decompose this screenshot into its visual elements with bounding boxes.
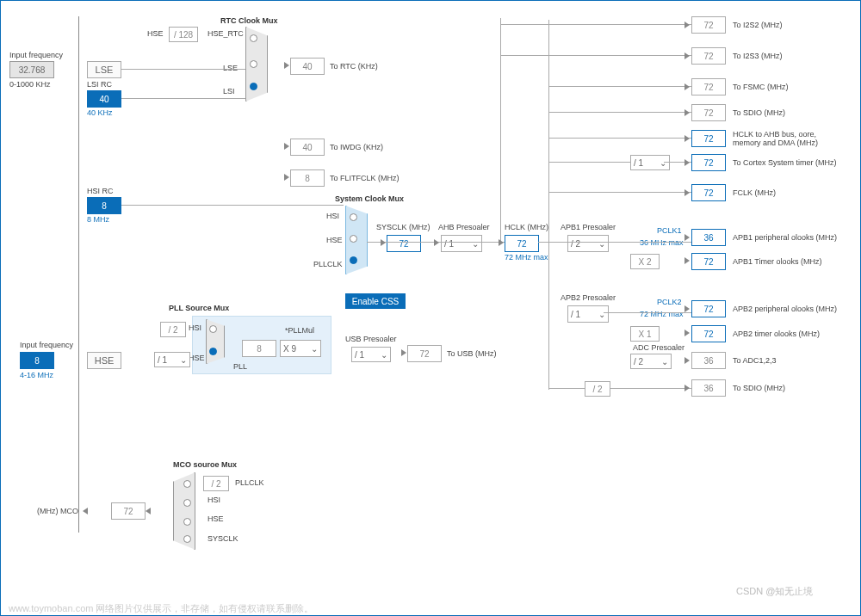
fsmc-value: 72 [691, 78, 726, 95]
ahb-label: AHB Presoaler [438, 223, 490, 231]
apb1-x2: X 2 [630, 254, 660, 269]
sys-mux[interactable] [345, 206, 368, 274]
adc-value: 36 [691, 352, 726, 369]
pll-div1[interactable]: / 1 [154, 352, 190, 367]
sysmux-pllclk: PLLCLK [313, 260, 343, 268]
hsi-rc-label: HSI RC [87, 187, 114, 195]
lsi-rc-label: LSI RC [87, 80, 112, 89]
apb1-periph-label: APB1 peripheral olooks (MHz) [733, 233, 837, 242]
cortex-label: To Cortex System timer (MHz) [733, 158, 837, 167]
apb1-timer-value: 72 [691, 253, 726, 270]
enable-css-btn[interactable]: Enable CSS [345, 293, 406, 309]
i2s2-label: To I2S2 (MHz) [733, 21, 783, 29]
sysmux-hse: HSE [326, 236, 343, 244]
i2s3-value: 72 [691, 47, 726, 65]
apb1-timer-label: APB1 Timer olooks (MHz) [733, 257, 822, 266]
main-bus [78, 16, 79, 533]
pll-label: PLL [233, 362, 247, 371]
pll-hse: HSE [189, 354, 205, 362]
apb2-timer-label: APB2 timer olooks (MHz) [733, 330, 820, 338]
sysclk-value[interactable]: 72 [387, 235, 421, 252]
hsi-value[interactable]: 8 [87, 197, 121, 214]
apb1-title: APB1 Presoaler [561, 223, 616, 231]
sysmux-title: System Clook Mux [335, 194, 404, 203]
fclk-value: 72 [691, 184, 726, 201]
usb-div[interactable]: / 1 [351, 347, 391, 362]
input-freq2-value[interactable]: 8 [20, 352, 54, 369]
pclk1-sub: 36 MHz max [640, 238, 684, 247]
cortex-div[interactable]: / 1 [630, 155, 670, 170]
mco-pllclk: PLLCLK [235, 478, 264, 487]
mco-div2: / 2 [203, 476, 229, 491]
iwdg-label: To IWDG (KHz) [330, 143, 383, 151]
rtc-mux[interactable] [245, 27, 268, 102]
hse-source[interactable]: HSE [87, 352, 121, 369]
mco-hse: HSE [208, 514, 224, 523]
rtc-hse-rtc: HSE_RTC [208, 29, 244, 38]
rtc-hse-label: HSE [147, 29, 164, 38]
input-freq1-value[interactable]: 32.768 [9, 61, 54, 78]
apb2-timer-value: 72 [691, 325, 726, 342]
hclk-label: HCLK (MHz) [505, 223, 548, 231]
sysmux-hsi: HSI [326, 212, 339, 220]
hclk-ahb-label: HCLK to AHB bus, oore, memory and DMA (M… [733, 130, 836, 147]
rtc-lsi-label: LSI [223, 87, 235, 95]
rtc-out-label: To RTC (KHz) [330, 62, 378, 71]
rtc-mux-title: RTC Clook Mux [220, 16, 278, 25]
pll-mul[interactable]: X 9 [280, 340, 321, 357]
rtc-div128: / 128 [169, 27, 198, 42]
pll-in-value: 8 [242, 340, 276, 357]
apb1-div[interactable]: / 2 [567, 235, 609, 252]
apb2-title: APB2 Presoaler [561, 293, 616, 302]
pclk2-label: PCLK2 [657, 298, 682, 306]
input-freq2-label: Input frequency [20, 341, 73, 349]
apb1-periph-value: 36 [691, 229, 726, 246]
pll-hsi: HSI [189, 323, 201, 332]
pll-mux[interactable] [206, 319, 225, 364]
hsi-unit: 8 MHz [87, 215, 109, 224]
input-freq1-range: 0-1000 KHz [9, 80, 51, 89]
pllmul-label: *PLLMul [285, 326, 314, 335]
sdio2-label: To SDIO (MHz) [733, 384, 785, 392]
rtc-lse-label: LSE [223, 64, 238, 72]
flitf-label: To FLITFCLK (MHz) [330, 174, 400, 182]
fsmc-label: To FSMC (MHz) [733, 83, 789, 91]
apb2-x1: X 1 [630, 326, 660, 342]
sysclk-label: SYSCLK (MHz) [376, 223, 430, 231]
rtc-out-value: 40 [290, 58, 325, 75]
i2s2-value: 72 [691, 16, 726, 34]
pclk1-label: PCLK1 [657, 226, 682, 235]
lsi-value[interactable]: 40 [87, 90, 121, 108]
adc-div[interactable]: / 2 [630, 354, 672, 369]
fclk-label: FCLK (MHz) [733, 188, 776, 197]
sdio-value: 72 [691, 104, 726, 121]
adc-label: ADC Presoaler [633, 343, 684, 352]
apb2-periph-label: APB2 peripheral olooks (MHz) [733, 305, 837, 313]
usb-label: USB Presoaler [345, 335, 397, 343]
mco-hsi: HSI [208, 496, 220, 504]
adc-out-label: To ADC1,2,3 [733, 356, 777, 365]
apb2-div[interactable]: / 1 [567, 305, 609, 323]
usb-value: 72 [407, 345, 442, 362]
ahb-div[interactable]: / 1 [441, 235, 482, 252]
hclk-sub: 72 MHz max [505, 253, 548, 262]
usb-to-label: To USB (MHz) [447, 349, 497, 358]
mco-sysclk: SYSCLK [208, 534, 238, 543]
mco-value: 72 [111, 502, 146, 520]
lse-source[interactable]: LSE [87, 61, 121, 78]
pll-title: PLL Source Mux [169, 304, 229, 312]
credit: CSDN @知无止境 [736, 585, 813, 598]
hclk-ahb-value: 72 [691, 130, 726, 147]
sdio2-value: 36 [691, 379, 726, 397]
i2s3-label: To I2S3 (MHz) [733, 52, 783, 60]
pll-div2: / 2 [160, 322, 186, 337]
hclk-value: 72 [505, 235, 539, 252]
clock-diagram: Input frequency 32.768 0-1000 KHz LSE LS… [0, 0, 861, 616]
mco-label: (MHz) MCO [37, 507, 78, 515]
flitf-value: 8 [290, 169, 325, 187]
watermark: www.toymoban.com 网络图片仅供展示，非存储，如有侵权请联系删除。 [9, 602, 313, 615]
mco-mux[interactable] [173, 472, 195, 550]
cortex-value: 72 [691, 154, 726, 171]
apb2-periph-value: 72 [691, 300, 726, 317]
mco-title: MCO souroe Mux [173, 460, 237, 469]
